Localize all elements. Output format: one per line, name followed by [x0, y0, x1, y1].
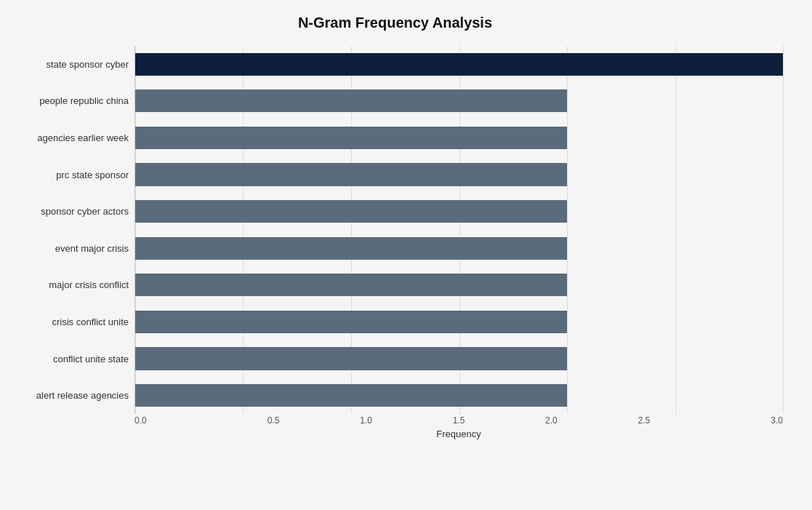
- bar: [135, 237, 567, 260]
- bar-row: [135, 230, 783, 267]
- chart-container: N-Gram Frequency Analysis state sponsor …: [0, 0, 812, 510]
- chart-area: state sponsor cyberpeople republic china…: [7, 46, 783, 439]
- x-tick: 1.5: [412, 415, 505, 426]
- bar: [135, 163, 567, 186]
- bars-section: state sponsor cyberpeople republic china…: [7, 46, 783, 414]
- bar-row: [135, 193, 783, 230]
- bar: [135, 53, 783, 76]
- y-label: sponsor cyber actors: [7, 193, 134, 230]
- bar: [135, 274, 567, 296]
- bar-row: [135, 267, 783, 304]
- bar-row: [135, 340, 783, 378]
- y-label: major crisis conflict: [7, 267, 134, 304]
- x-tick: 3.0: [691, 415, 783, 426]
- grid-line: [783, 46, 784, 414]
- bar-row: [135, 83, 783, 120]
- x-tick: 2.5: [598, 415, 690, 426]
- bar: [135, 311, 567, 333]
- bar: [135, 200, 567, 223]
- bars-and-grid: [134, 46, 783, 414]
- bar: [135, 384, 567, 407]
- chart-title: N-Gram Frequency Analysis: [7, 15, 783, 31]
- y-label: prc state sponsor: [7, 156, 134, 194]
- x-tick: 0.0: [134, 415, 227, 426]
- x-tick: 1.0: [320, 415, 412, 426]
- y-label: agencies earlier week: [7, 119, 134, 156]
- y-labels: state sponsor cyberpeople republic china…: [7, 46, 134, 414]
- bar: [135, 347, 567, 370]
- x-tick: 2.0: [505, 415, 598, 426]
- y-label: event major crisis: [7, 230, 134, 267]
- x-ticks-container: 0.00.51.01.52.02.53.0: [134, 415, 783, 426]
- x-tick: 0.5: [227, 415, 319, 426]
- x-axis-label: Frequency: [134, 429, 783, 439]
- bar-row: [135, 156, 783, 194]
- bar-row: [135, 119, 783, 156]
- y-label: crisis conflict unite: [7, 303, 134, 340]
- bars-wrapper: [135, 46, 783, 414]
- bar-row: [135, 46, 783, 83]
- y-label: conflict unite state: [7, 340, 134, 378]
- bar: [135, 127, 567, 149]
- bar-row: [135, 303, 783, 340]
- y-label: state sponsor cyber: [7, 46, 134, 83]
- bar-row: [135, 377, 783, 414]
- bar: [135, 89, 567, 112]
- y-label: people republic china: [7, 83, 134, 120]
- y-label: alert release agencies: [7, 377, 134, 414]
